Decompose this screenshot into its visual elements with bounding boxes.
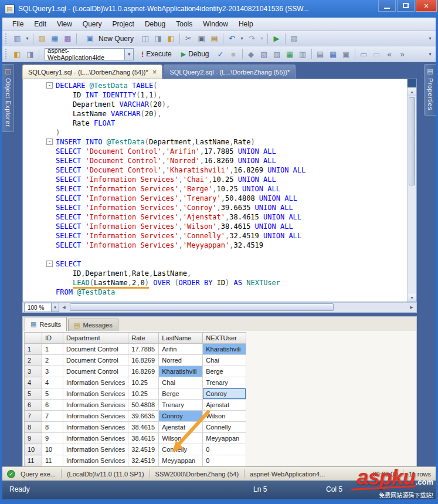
connect-database-icon[interactable]: ◧ — [11, 48, 23, 60]
grid-cell[interactable]: Meyyappan — [159, 455, 203, 466]
properties-tab[interactable]: ▤ Properties — [424, 64, 436, 116]
code-line[interactable]: SELECT 'Information Services','Chai',10.… — [23, 175, 406, 184]
sqlcmd-mode-icon[interactable]: ◧ — [165, 33, 177, 45]
code-line[interactable]: FROM @TestData — [23, 287, 406, 297]
toolbar-overflow-icon[interactable]: ▾ — [427, 33, 433, 45]
grid-cell[interactable]: 10.25 — [128, 377, 159, 388]
grid-row-header[interactable]: 6 — [25, 400, 42, 411]
grid-cell[interactable]: Berge — [159, 388, 203, 400]
code-line[interactable]: Rate FLOAT — [23, 119, 406, 128]
grid-cell[interactable]: Chai — [203, 355, 246, 366]
grid-row-header[interactable]: 9 — [25, 433, 42, 444]
new-file-caret-icon[interactable]: ▾ — [24, 33, 30, 45]
grid-cell[interactable]: Information Services — [63, 455, 128, 466]
new-query-button[interactable]: ▣ New Query — [80, 32, 138, 45]
code-line[interactable]: ) — [23, 128, 406, 137]
grid-row-header[interactable]: 10 — [25, 444, 42, 455]
grid-cell[interactable]: 16.8269 — [128, 366, 159, 377]
grid-cell[interactable]: Document Control — [63, 344, 128, 355]
sql-editor[interactable]: -DECLARE @TestData TABLE( ID INT IDENTIT… — [22, 79, 417, 302]
zoom-dropdown[interactable]: 100 % ▼ — [24, 303, 59, 312]
activity-monitor-icon[interactable]: ▧ — [288, 33, 300, 45]
grid-cell[interactable]: Arifin — [159, 344, 203, 355]
grid-cell[interactable]: Information Services — [63, 377, 128, 388]
grid-cell[interactable]: Meyyappan — [203, 433, 246, 444]
grid-cell[interactable]: Information Services — [63, 411, 128, 422]
grid-cell[interactable]: Information Services — [63, 433, 128, 444]
scroll-left-icon[interactable]: ◀ — [59, 303, 69, 312]
grid-cell[interactable]: 10 — [42, 444, 63, 455]
grid-cell[interactable]: 38.4615 — [128, 433, 159, 444]
code-line[interactable]: -INSERT INTO @TestData(Department,LastNa… — [23, 137, 406, 147]
grid-cell[interactable]: 38.4615 — [128, 422, 159, 433]
code-line[interactable]: SELECT 'Information Services','Berge',10… — [23, 184, 406, 194]
grid-cell[interactable]: 5 — [42, 388, 63, 400]
code-line[interactable]: SELECT 'Document Control','Kharatishvili… — [23, 165, 406, 175]
code-line[interactable]: SELECT 'Information Services','Ajenstat'… — [23, 212, 406, 222]
grid-cell[interactable]: Norred — [159, 355, 203, 366]
grid-cell[interactable]: Connelly — [203, 422, 246, 433]
increase-indent-icon[interactable]: » — [396, 48, 409, 60]
estimated-plan-icon[interactable]: ▧ — [258, 48, 270, 60]
object-explorer-tab[interactable]: ◫ Object Explorer — [2, 64, 14, 132]
toolbar-grip[interactable] — [5, 33, 8, 44]
grid-cell[interactable]: Conroy — [203, 388, 246, 400]
debug-button[interactable]: ▶ Debug — [177, 49, 213, 59]
tab-results[interactable]: ▦ Results — [25, 317, 67, 331]
grid-cell[interactable]: 7 — [42, 411, 63, 422]
toolbar-overflow-icon[interactable]: ▾ — [427, 48, 433, 60]
code-line[interactable]: SELECT 'Document Control','Norred',16.82… — [23, 156, 406, 165]
query-options-icon[interactable]: ▨ — [271, 48, 283, 60]
grid-row-header[interactable]: 2 — [25, 355, 42, 366]
grid-row-header[interactable]: 7 — [25, 411, 42, 422]
redo-icon[interactable]: ↷ — [246, 33, 258, 45]
menu-file[interactable]: File — [7, 18, 29, 30]
grid-cell[interactable]: 0 — [203, 455, 246, 466]
grid-cell[interactable]: 8 — [42, 422, 63, 433]
tab-close-icon[interactable]: × — [152, 69, 157, 75]
code-line[interactable]: -DECLARE @TestData TABLE( — [23, 81, 406, 90]
grid-row-header[interactable]: 4 — [25, 377, 42, 388]
grid-cell[interactable]: 4 — [42, 377, 63, 388]
fold-collapse-icon[interactable]: - — [46, 138, 53, 145]
tab-sqlquery2[interactable]: SQLQuery2.sql - (L...\DorbenZhang (55))* — [164, 65, 296, 79]
vertical-scroll-thumb[interactable] — [409, 97, 415, 185]
grid-row-header[interactable]: 3 — [25, 366, 42, 377]
database-dropdown[interactable]: aspnet-WebApplication4ide ▼ — [45, 48, 134, 60]
code-line[interactable]: SELECT 'Information Services','Connelly'… — [23, 231, 406, 241]
intellisense-icon[interactable]: ◆ — [245, 48, 257, 60]
grid-cell[interactable]: Information Services — [63, 400, 128, 411]
code-line[interactable]: SELECT 'Document Control','Arifin',17.78… — [23, 147, 406, 156]
grid-row-header[interactable]: 11 — [25, 455, 42, 466]
menu-window[interactable]: Window — [198, 18, 233, 30]
menu-help[interactable]: Help — [233, 18, 259, 30]
grid-cell[interactable]: Wilson — [203, 411, 246, 422]
grid-cell[interactable]: 0 — [203, 444, 246, 455]
grid-cell[interactable]: Ajenstat — [159, 422, 203, 433]
code-line[interactable]: SELECT 'Information Services','Meyyappan… — [23, 241, 406, 250]
grid-cell[interactable]: 6 — [42, 400, 63, 411]
editor-vertical-scrollbar[interactable]: ▲ ▼ — [407, 79, 416, 302]
fold-collapse-icon[interactable]: - — [46, 82, 53, 89]
grid-cell[interactable]: 39.6635 — [128, 411, 159, 422]
actual-plan-icon[interactable]: ▦ — [284, 48, 296, 60]
cut-icon[interactable]: ✂ — [182, 33, 195, 45]
maximize-button[interactable] — [397, 0, 415, 12]
redo-caret-icon[interactable]: ▾ — [259, 33, 265, 45]
results-to-text-icon[interactable]: ▤ — [314, 48, 327, 60]
change-connection-icon[interactable]: ◨ — [24, 48, 36, 60]
grid-column-header[interactable]: NEXTUser — [203, 333, 246, 344]
grid-cell[interactable]: Information Services — [63, 388, 128, 400]
start-debug-icon[interactable]: ▶ — [270, 33, 283, 45]
code-line[interactable] — [23, 250, 406, 259]
grid-cell[interactable]: Document Control — [63, 366, 128, 377]
grid-cell[interactable]: Document Control — [63, 355, 128, 366]
menu-query[interactable]: Query — [77, 18, 107, 30]
undo-icon[interactable]: ↶ — [226, 33, 238, 45]
decrease-indent-icon[interactable]: « — [383, 48, 396, 60]
grid-cell[interactable]: Information Services — [63, 422, 128, 433]
menu-project[interactable]: Project — [107, 18, 140, 30]
save-icon[interactable]: ▦ — [49, 33, 61, 45]
grid-cell[interactable]: Wilson — [159, 433, 203, 444]
grid-cell[interactable]: 3 — [42, 366, 63, 377]
